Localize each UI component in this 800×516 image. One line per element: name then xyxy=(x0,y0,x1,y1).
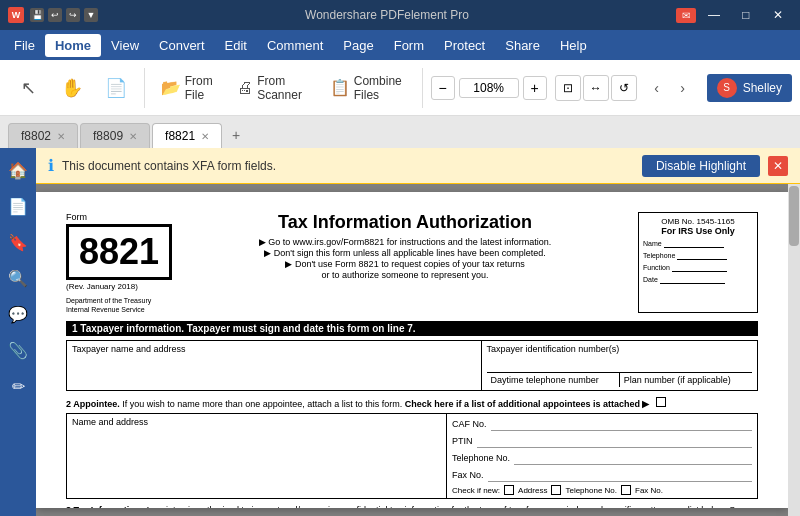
menu-protect[interactable]: Protect xyxy=(434,34,495,57)
tab-f8802-close[interactable]: ✕ xyxy=(57,131,65,142)
fit-page-button[interactable]: ⊡ xyxy=(555,75,581,101)
toolbar: ↖ ✋ 📄 📂 From File 🖨 From Scanner 📋 Combi… xyxy=(0,60,800,116)
menu-help[interactable]: Help xyxy=(550,34,597,57)
from-scanner-button[interactable]: 🖨 From Scanner xyxy=(229,70,318,106)
sidebar-pages[interactable]: 📄 xyxy=(4,192,32,220)
close-button[interactable]: ✕ xyxy=(764,5,792,25)
menu-comment[interactable]: Comment xyxy=(257,34,333,57)
caf-value[interactable] xyxy=(491,417,752,431)
scrollbar-thumb[interactable] xyxy=(789,186,799,246)
zoom-in-button[interactable]: + xyxy=(523,76,547,100)
name-address-value[interactable] xyxy=(72,427,441,487)
phone-row: Telephone No. xyxy=(452,451,752,465)
form-header: Form 8821 (Rev. January 2018) Department… xyxy=(66,212,758,313)
sidebar-signatures[interactable]: ✏ xyxy=(4,372,32,400)
subtitle4: or to authorize someone to represent you… xyxy=(188,270,622,280)
menu-home[interactable]: Home xyxy=(45,34,101,57)
minimize-button[interactable]: — xyxy=(700,5,728,25)
scrollbar-area: Form 8821 (Rev. January 2018) Department… xyxy=(36,184,800,516)
scrollbar[interactable] xyxy=(788,184,800,516)
xfa-info-icon: ℹ xyxy=(48,156,54,175)
mail-icon[interactable]: ✉ xyxy=(676,8,696,23)
fax2-label: Fax No. xyxy=(635,486,663,495)
address-label: Address xyxy=(518,486,547,495)
taxpayer-id-value[interactable] xyxy=(487,354,752,368)
caf-label: CAF No. xyxy=(452,419,487,429)
zoom-display[interactable]: 108% xyxy=(459,78,519,98)
tab-f8821-close[interactable]: ✕ xyxy=(201,131,209,142)
menu-view[interactable]: View xyxy=(101,34,149,57)
next-button[interactable]: › xyxy=(671,76,695,100)
rotate-button[interactable]: ↺ xyxy=(611,75,637,101)
sidebar-bookmarks[interactable]: 🔖 xyxy=(4,228,32,256)
from-file-button[interactable]: 📂 From File xyxy=(153,70,225,106)
subtitle1: ▶ Go to www.irs.gov/Form8821 for instruc… xyxy=(188,237,622,247)
taxpayer-name-cell: Taxpayer name and address xyxy=(67,341,482,391)
sidebar-comments[interactable]: 💬 xyxy=(4,300,32,328)
sidebar-attachments[interactable]: 📎 xyxy=(4,336,32,364)
maximize-button[interactable]: □ xyxy=(732,5,760,25)
toolbar-icon-1[interactable]: 💾 xyxy=(30,8,44,22)
menu-page[interactable]: Page xyxy=(333,34,383,57)
view-buttons: ⊡ ↔ ↺ xyxy=(555,75,637,101)
telephone-checkbox[interactable] xyxy=(551,485,561,495)
tab-f8821[interactable]: f8821 ✕ xyxy=(152,123,222,148)
cursor-tool[interactable]: ↖ xyxy=(8,73,48,103)
appointee-checkbox[interactable] xyxy=(656,397,666,407)
toolbar-icon-3[interactable]: ↪ xyxy=(66,8,80,22)
disable-highlight-button[interactable]: Disable Highlight xyxy=(642,155,760,177)
sidebar-home[interactable]: 🏠 xyxy=(4,156,32,184)
user-button[interactable]: S Shelley xyxy=(707,74,792,102)
page-tool[interactable]: 📄 xyxy=(96,73,136,103)
from-file-label: From File xyxy=(185,74,217,102)
sidebar-search[interactable]: 🔍 xyxy=(4,264,32,292)
tab-add-button[interactable]: + xyxy=(224,122,248,148)
toolbar-icon-4[interactable]: ▼ xyxy=(84,8,98,22)
phone-value[interactable] xyxy=(514,451,752,465)
taxpayer-name-label: Taxpayer name and address xyxy=(72,344,476,354)
fit-width-button[interactable]: ↔ xyxy=(583,75,609,101)
daytime-phone-label: Daytime telephone number xyxy=(487,373,620,387)
cursor-icon: ↖ xyxy=(21,77,36,99)
menu-form[interactable]: Form xyxy=(384,34,434,57)
app-icon: W xyxy=(8,7,24,23)
form-title-area: Tax Information Authorization ▶ Go to ww… xyxy=(188,212,622,313)
menu-edit[interactable]: Edit xyxy=(215,34,257,57)
irs-field-date: Date xyxy=(643,276,753,284)
check-if-new-label: Check if new: xyxy=(452,486,500,495)
menu-convert[interactable]: Convert xyxy=(149,34,215,57)
fax-row: Fax No. xyxy=(452,468,752,482)
omb-number: OMB No. 1545-1165 xyxy=(643,217,753,226)
hand-icon: ✋ xyxy=(61,77,83,99)
toolbar-icon-2[interactable]: ↩ xyxy=(48,8,62,22)
tab-f8809[interactable]: f8809 ✕ xyxy=(80,123,150,148)
ptin-value[interactable] xyxy=(477,434,752,448)
subtitle2: ▶ Don't sign this form unless all applic… xyxy=(188,248,622,258)
phone-plan-row: Daytime telephone number Plan number (if… xyxy=(487,372,752,387)
section2-table: Name and address CAF No. xyxy=(66,413,758,499)
menu-file[interactable]: File xyxy=(4,34,45,57)
fax2-checkbox[interactable] xyxy=(621,485,631,495)
hand-tool[interactable]: ✋ xyxy=(52,73,92,103)
document-area: ℹ This document contains XFA form fields… xyxy=(36,148,800,516)
section3-area: 3 Tax Information. Appointee is authoriz… xyxy=(66,505,758,508)
combine-label: Combine Files xyxy=(354,74,406,102)
fax-label: Fax No. xyxy=(452,470,484,480)
fax-value[interactable] xyxy=(488,468,752,482)
irs-field-name: Name xyxy=(643,240,753,248)
user-avatar: S xyxy=(717,78,737,98)
sep1 xyxy=(144,68,145,108)
tab-f8802[interactable]: f8802 ✕ xyxy=(8,123,78,148)
prev-button[interactable]: ‹ xyxy=(645,76,669,100)
tab-f8802-label: f8802 xyxy=(21,129,51,143)
address-checkbox[interactable] xyxy=(504,485,514,495)
zoom-out-button[interactable]: − xyxy=(431,76,455,100)
tab-f8809-close[interactable]: ✕ xyxy=(129,131,137,142)
user-name: Shelley xyxy=(743,81,782,95)
menu-share[interactable]: Share xyxy=(495,34,550,57)
section3-header: 3 Tax Information. Appointee is authoriz… xyxy=(66,505,758,508)
taxpayer-id-label: Taxpayer identification number(s) xyxy=(487,344,752,354)
combine-files-button[interactable]: 📋 Combine Files xyxy=(322,70,414,106)
taxpayer-name-value[interactable] xyxy=(72,354,476,384)
xfa-close-button[interactable]: ✕ xyxy=(768,156,788,176)
